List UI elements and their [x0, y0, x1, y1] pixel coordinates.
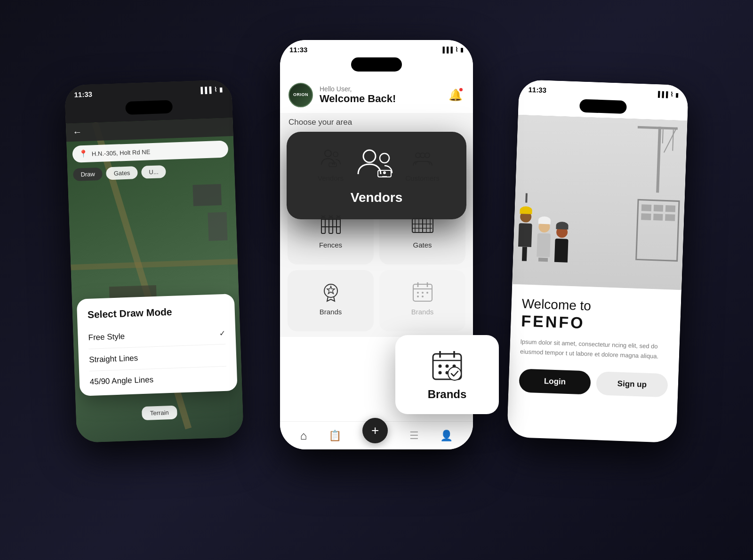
wifi-icon-c: ⌇ — [455, 46, 458, 53]
building-windows — [638, 200, 679, 225]
greeting-sub: Hello User, — [320, 85, 447, 93]
nav-list-icon[interactable]: 📋 — [328, 430, 341, 442]
wifi-icon-r: ⌇ — [670, 91, 673, 98]
nav-menu-icon[interactable]: ☰ — [409, 430, 419, 442]
window-3 — [665, 205, 675, 212]
angle-label: 45/90 Angle Lines — [90, 375, 154, 387]
svg-point-38 — [439, 365, 442, 368]
greeting-main: Welcome Back! — [320, 93, 447, 105]
signal-icon-c: ▐▐▐ — [441, 47, 453, 53]
svg-point-25 — [417, 292, 419, 294]
welcome-illustration — [512, 115, 687, 290]
schedule-icon — [411, 280, 434, 303]
svg-point-30 — [363, 150, 376, 162]
dynamic-island-right — [579, 99, 627, 113]
svg-rect-9 — [321, 217, 325, 233]
phone-center: 11:33 ▐▐▐ ⌇ ▮ ORION — [280, 40, 473, 449]
area-label: Choose your area — [280, 113, 473, 131]
auth-buttons: Login Sign up — [519, 369, 668, 398]
terrain-button[interactable]: Terrain — [141, 405, 177, 420]
brands-2-label: Brands — [411, 308, 434, 316]
welcome-content: Welcome to FENFO lpsum dolor sit amet, c… — [508, 284, 681, 409]
battery-icon-r: ▮ — [675, 91, 679, 98]
battery-icon: ▮ — [219, 86, 223, 93]
battery-icon-c: ▮ — [460, 47, 464, 53]
window-6 — [665, 214, 675, 221]
tab-draw[interactable]: Draw — [73, 168, 103, 181]
freestyle-check-icon: ✓ — [219, 328, 225, 337]
gates-card-label: Gates — [413, 241, 432, 249]
logo-avatar: ORION — [288, 83, 313, 107]
status-icons-center: ▐▐▐ ⌇ ▮ — [441, 46, 464, 53]
signal-icon-r: ▐▐▐ — [656, 91, 668, 98]
brands-popup: Brands — [395, 335, 499, 414]
menu-card-brands-1[interactable]: Brands — [288, 270, 374, 331]
vendors-popup-label: Vendors — [351, 190, 402, 205]
status-time-center: 11:33 — [289, 46, 307, 54]
nav-home-icon[interactable]: ⌂ — [300, 429, 307, 442]
header-greeting: Hello User, Welcome Back! — [320, 85, 447, 105]
modal-item-angle[interactable]: 45/90 Angle Lines — [89, 367, 227, 393]
tab-gates[interactable]: Gates — [106, 166, 138, 180]
fences-card-label: Fences — [319, 241, 342, 249]
worker2-helmet — [538, 216, 551, 224]
straight-label: Straight Lines — [89, 353, 138, 365]
login-button[interactable]: Login — [519, 369, 591, 395]
svg-point-43 — [448, 367, 461, 380]
worker2-blueprints — [538, 258, 548, 262]
worker1-helmet — [520, 206, 532, 214]
status-time-left: 11:33 — [74, 90, 92, 98]
back-arrow-icon[interactable]: ← — [72, 127, 82, 138]
window-4 — [641, 213, 651, 220]
status-icons-left: ▐▐▐ ⌇ ▮ — [198, 86, 222, 94]
map-road-2 — [71, 259, 238, 270]
address-text: H.N.-305, Holt Rd NE — [92, 148, 151, 157]
freestyle-label: Free Style — [88, 332, 125, 343]
svg-point-28 — [417, 296, 419, 297]
svg-rect-10 — [329, 217, 333, 233]
phone-left: 11:33 ▐▐▐ ⌇ ▮ — [64, 80, 244, 443]
brands-badge-icon — [320, 280, 342, 303]
status-icons-right: ▐▐▐ ⌇ ▮ — [656, 90, 679, 98]
worker-1 — [518, 193, 533, 261]
worker1-arm — [525, 193, 528, 203]
svg-point-26 — [422, 292, 424, 294]
scene: 11:33 ▐▐▐ ⌇ ▮ — [47, 21, 706, 539]
svg-point-27 — [426, 292, 428, 294]
svg-point-29 — [422, 296, 424, 297]
location-pin-icon: 📍 — [79, 150, 88, 159]
worker3-helmet — [556, 222, 569, 230]
nav-profile-icon[interactable]: 👤 — [440, 430, 453, 442]
draw-mode-modal: Select Draw Mode Free Style ✓ Straight L… — [77, 294, 238, 396]
bottom-nav: ⌂ 📋 + ☰ 👤 — [280, 421, 473, 449]
menu-card-brands-2[interactable]: Brands — [379, 270, 465, 331]
worker2-body — [537, 233, 551, 257]
svg-rect-11 — [336, 217, 340, 233]
welcome-description: lpsum dolor sit amet, consectetur ncing … — [520, 336, 669, 362]
brands-popup-label: Brands — [428, 388, 467, 401]
map-building-2 — [208, 212, 227, 241]
building-outline — [635, 199, 680, 262]
phone-right: 11:33 ▐▐▐ ⌇ ▮ — [507, 80, 689, 443]
logo-text: ORION — [293, 93, 308, 97]
workers-group — [518, 193, 570, 263]
menu-header: ORION Hello User, Welcome Back! 🔔 — [280, 76, 473, 113]
brands-1-label: Brands — [320, 308, 342, 316]
window-1 — [641, 204, 651, 211]
map-building-1 — [192, 184, 222, 206]
wifi-icon: ⌇ — [214, 86, 217, 93]
notif-dot — [458, 87, 464, 92]
notification-button[interactable]: 🔔 — [447, 86, 465, 104]
window-5 — [653, 214, 663, 221]
fab-button[interactable]: + — [362, 418, 388, 443]
worker1-body — [518, 223, 532, 247]
signal-icon: ▐▐▐ — [198, 87, 211, 94]
svg-point-39 — [446, 365, 449, 368]
dynamic-island-center — [351, 57, 402, 72]
plus-icon: + — [371, 423, 379, 438]
modal-title: Select Draw Mode — [87, 304, 224, 320]
tab-other[interactable]: U... — [141, 165, 166, 179]
signup-button[interactable]: Sign up — [596, 372, 668, 398]
vendors-popup: Vendors — [287, 132, 466, 219]
worker3-body — [554, 239, 569, 263]
